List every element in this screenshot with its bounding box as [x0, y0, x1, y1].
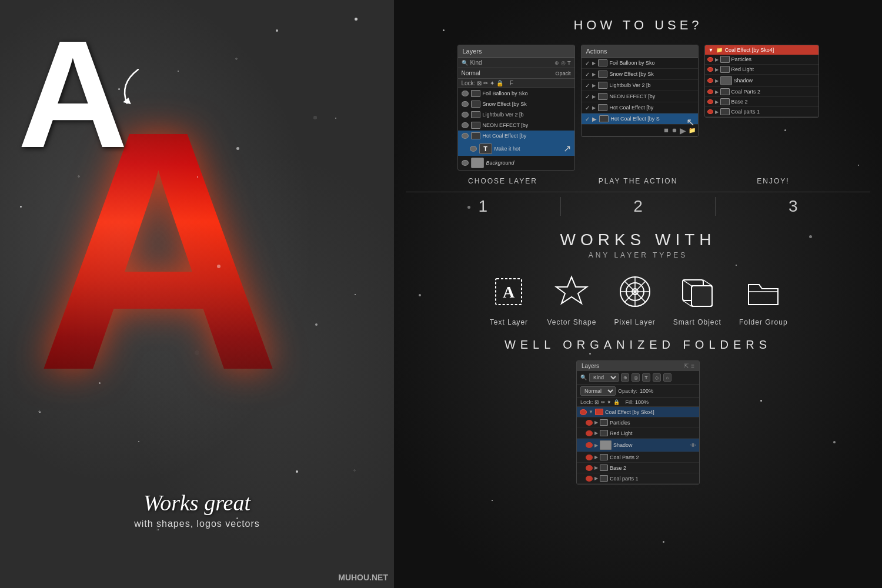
eye-icon — [462, 91, 469, 96]
blp-header: Layers ⇱ ≡ — [577, 361, 699, 371]
blp-shadow-layer[interactable]: ▶ Shadow 👁 — [577, 439, 699, 452]
step-label-text-1: CHOOSE layer — [468, 177, 537, 185]
blp-redlight-layer[interactable]: ▶ Red Light — [577, 428, 699, 439]
folder-icon-sm — [598, 59, 607, 66]
layer-name: Lightbulb Ver 2 [b — [483, 112, 524, 118]
blp-ctrl-menu[interactable]: ≡ — [691, 363, 694, 369]
layers-panel-header: Layers — [458, 45, 574, 58]
arrow-indicator — [112, 71, 159, 108]
blp-ctrl-resize[interactable]: ⇱ — [684, 363, 689, 369]
blp-base2-layer[interactable]: ▶ Base 2 — [577, 463, 699, 473]
step-label-text-3: ENJOY! — [757, 177, 789, 185]
right-panel: HOW TO USE? Layers 🔍 Kind ⊕ ◎ T Normal O — [394, 0, 882, 588]
coal-layer-item[interactable]: ▶ Base 2 — [705, 97, 818, 107]
smart-object-type[interactable]: Smart Object — [673, 271, 721, 326]
kind-select[interactable]: Kind — [589, 373, 619, 382]
pixel-btn[interactable]: ⊕ — [621, 373, 629, 382]
folder-icon-sm — [471, 90, 480, 97]
watermark: MUHOU.NET — [338, 573, 388, 582]
well-organized-section: WELL ORGANIZED FOLDERS — [394, 332, 882, 355]
check-icon: ✓ — [585, 60, 590, 66]
text-layer-type[interactable]: A Text Layer — [488, 271, 529, 326]
triangle-icon: ▶ — [592, 105, 596, 111]
action-item[interactable]: ✓ ▶ Hot Coal Effect [by — [582, 102, 698, 113]
play-btn[interactable]: ▶ — [680, 126, 686, 135]
bg-thumb — [471, 158, 484, 168]
blp-folder-icon — [600, 454, 608, 460]
record-btn[interactable]: ⏺ — [671, 127, 677, 133]
blp-normal-row: Normal Opacity: 100% — [577, 385, 699, 398]
type-btn[interactable]: T — [642, 373, 650, 382]
panel-icon-3: T — [567, 60, 571, 66]
play-icon[interactable]: ▶ — [592, 116, 597, 122]
search-icon: 🔍 — [580, 375, 587, 380]
layer-item[interactable]: NEON EFFECT [by — [458, 120, 574, 131]
layer-name: Base 2 — [731, 99, 748, 105]
action-name: Hot Coal Effect [by S — [611, 116, 660, 122]
eye-icon — [470, 146, 477, 152]
blp-triangle: ▶ — [594, 465, 598, 470]
kind-label: Kind — [470, 59, 482, 66]
eye-icon — [462, 133, 469, 139]
blp-particles-layer[interactable]: ▶ Particles — [577, 417, 699, 428]
cursor-pointer: ↗ — [563, 143, 571, 154]
action-item[interactable]: ✓ ▶ Foil Balloon by Sko — [582, 58, 698, 69]
pixel-layer-type[interactable]: Pixel Layer — [614, 271, 655, 326]
blp-coal-effect-layer[interactable]: ▼ Coal Effect [by Sko4] — [577, 407, 699, 417]
eye-icon — [462, 101, 469, 107]
left-panel: A A Works great with shapes, logos vecto… — [0, 0, 394, 588]
layer-name: Particles — [731, 56, 752, 62]
normal-select[interactable]: Normal — [580, 386, 616, 396]
blp-eye-icon — [586, 465, 593, 471]
blp-triangle: ▶ — [594, 443, 598, 448]
action-item[interactable]: ✓ ▶ NEON EFFECT [by — [582, 91, 698, 102]
well-organized-title: WELL ORGANIZED FOLDERS — [406, 338, 870, 352]
layer-item[interactable]: Foil Balloon by Sko — [458, 88, 574, 99]
step-number-3: 3 — [716, 197, 870, 216]
bottom-layers-panel: Layers ⇱ ≡ 🔍 Kind ⊕ ◎ T ◇ ⌂ Normal Opaci… — [576, 360, 700, 485]
action-item-highlighted[interactable]: ✓ ▶ Hot Coal Effect [by S ↖ — [582, 113, 698, 125]
action-name: Snow Effect [by Sk — [610, 71, 654, 77]
coal-layer-item[interactable]: ▶ Shadow — [705, 75, 818, 87]
triangle-icon: ▶ — [592, 61, 596, 66]
svg-line-15 — [703, 280, 712, 286]
search-icon: 🔍 — [462, 60, 468, 66]
layer-name: NEON EFFECT [by — [483, 122, 529, 128]
blp-coalparts2-layer[interactable]: ▶ Coal Parts 2 — [577, 452, 699, 463]
action-item[interactable]: ✓ ▶ Lightbulb Ver 2 [b — [582, 80, 698, 91]
bottom-layers-container: Layers ⇱ ≡ 🔍 Kind ⊕ ◎ T ◇ ⌂ Normal Opaci… — [394, 358, 882, 485]
opacity-label: Opacity: — [618, 388, 637, 394]
layer-item-background[interactable]: Background — [458, 156, 574, 170]
stop-btn[interactable]: ⏹ — [663, 127, 669, 133]
shape-btn[interactable]: ◇ — [653, 373, 661, 382]
blp-layer-name: Coal Effect [by Sko4] — [605, 409, 654, 415]
layer-name: Coal Parts 2 — [731, 89, 761, 95]
blp-eye-icon — [586, 476, 593, 482]
text-layer-thumb: T — [479, 143, 492, 154]
coal-layer-item[interactable]: ▶ Particles — [705, 55, 818, 65]
folder-icon-sm — [471, 101, 480, 108]
visibility-toggle[interactable]: 👁 — [690, 442, 696, 449]
layer-item-highlighted[interactable]: Hot Coal Effect [by — [458, 131, 574, 141]
blp-folder-icon — [600, 475, 608, 482]
coal-layer-item[interactable]: ▶ Red Light — [705, 65, 818, 75]
smart-btn[interactable]: ⌂ — [663, 373, 671, 382]
blp-eye-icon — [586, 442, 593, 448]
triangle: ▶ — [715, 89, 719, 95]
layer-item-make-it-hot[interactable]: T Make it hot ↗ — [458, 141, 574, 156]
blp-lock-row: Lock: ⊠ ✏ ✦ 🔒 Fill: 100% — [577, 398, 699, 407]
vector-shape-type[interactable]: Vector Shape — [547, 271, 596, 326]
coal-layer-item[interactable]: ▶ Coal parts 1 — [705, 107, 818, 117]
step-label-3: ENJOY! — [714, 175, 832, 186]
blp-folder-icon — [600, 465, 608, 471]
adj-btn[interactable]: ◎ — [632, 373, 640, 382]
layer-item[interactable]: Lightbulb Ver 2 [b — [458, 109, 574, 120]
folder-icon-sm — [598, 104, 607, 111]
layer-item[interactable]: Snow Effect [by Sk — [458, 99, 574, 109]
folder-group-type[interactable]: Folder Group — [739, 271, 788, 326]
svg-rect-12 — [691, 286, 712, 306]
blp-coalparts1-layer[interactable]: ▶ Coal parts 1 — [577, 473, 699, 484]
action-item[interactable]: ✓ ▶ Snow Effect [by Sk — [582, 69, 698, 80]
blp-layer-name: Red Light — [610, 430, 633, 436]
coal-layer-item[interactable]: ▶ Coal Parts 2 — [705, 87, 818, 97]
